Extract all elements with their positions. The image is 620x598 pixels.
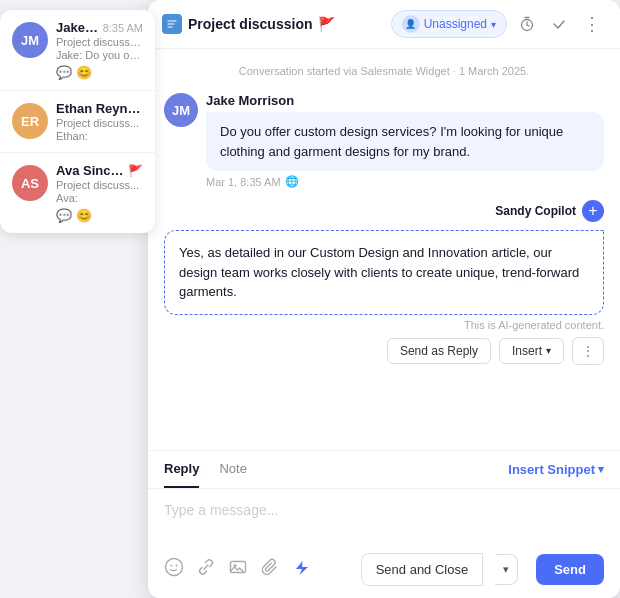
send-as-reply-button[interactable]: Send as Reply bbox=[387, 338, 491, 364]
header-title: Project discussion 🚩 bbox=[162, 14, 383, 34]
msg-content-jake: Jake Morrison Do you offer custom design… bbox=[206, 93, 604, 188]
link-toolbar-icon[interactable] bbox=[196, 557, 216, 582]
snippet-label: Insert Snippet bbox=[508, 462, 595, 477]
chevron-down-insert-icon: ▾ bbox=[546, 345, 551, 356]
tab-reply[interactable]: Reply bbox=[164, 451, 199, 488]
svg-point-3 bbox=[171, 565, 173, 567]
avatar-ava: AS bbox=[12, 165, 48, 201]
chat-icon-jake: 💬 bbox=[56, 65, 72, 80]
assign-avatar: 👤 bbox=[402, 15, 420, 33]
ai-ellipsis-icon: ⋮ bbox=[581, 343, 595, 359]
system-message: Conversation started via Salesmate Widge… bbox=[164, 61, 604, 81]
sidebar-item-preview-jake: Jake: Do you offer custom... bbox=[56, 49, 143, 61]
sidebar-item-subtitle-jake: Project discussion bbox=[56, 36, 143, 48]
send-close-label: Send and Close bbox=[376, 562, 469, 577]
message-row-jake: JM Jake Morrison Do you offer custom des… bbox=[164, 93, 604, 188]
reply-tabs: Reply Note Insert Snippet ▾ bbox=[148, 451, 620, 489]
msg-bubble-jake: Do you offer custom design services? I'm… bbox=[206, 112, 604, 171]
msg-time-text-jake: Mar 1, 8:35 AM bbox=[206, 176, 281, 188]
sidebar-item-content-ava: Ava Sinclair 🚩 Project discuss... Ava: 💬… bbox=[56, 163, 143, 223]
main-panel: Project discussion 🚩 👤 Unassigned ▾ ⋮ Co… bbox=[148, 0, 620, 598]
assign-button[interactable]: 👤 Unassigned ▾ bbox=[391, 10, 507, 38]
emoji-icon-jake: 😊 bbox=[76, 65, 92, 80]
header-title-text: Project discussion bbox=[188, 16, 312, 32]
sidebar-item-preview-ethan: Ethan: bbox=[56, 130, 143, 142]
chat-header-icon bbox=[162, 14, 182, 34]
sidebar-item-preview-ava: Ava: bbox=[56, 192, 143, 204]
svg-point-4 bbox=[176, 565, 178, 567]
emoji-toolbar-icon[interactable] bbox=[164, 557, 184, 582]
image-toolbar-icon[interactable] bbox=[228, 557, 248, 582]
emoji-icon-ava: 😊 bbox=[76, 208, 92, 223]
sidebar-item-subtitle-ethan: Project discuss... bbox=[56, 117, 143, 129]
sidebar: JM Jake Morrison 8:35 AM Project discuss… bbox=[0, 10, 155, 233]
svg-point-6 bbox=[234, 564, 237, 567]
ai-sender-row: Sandy Copilot + bbox=[495, 200, 604, 222]
insert-button[interactable]: Insert ▾ bbox=[499, 338, 564, 364]
globe-icon: 🌐 bbox=[285, 175, 299, 188]
ai-bubble-wrapper: Yes, as detailed in our Custom Design an… bbox=[164, 230, 604, 365]
assign-label: Unassigned bbox=[424, 17, 487, 31]
ai-actions: Send as Reply Insert ▾ ⋮ bbox=[164, 337, 604, 365]
ai-bubble: Yes, as detailed in our Custom Design an… bbox=[164, 230, 604, 315]
timer-button[interactable] bbox=[515, 14, 539, 34]
reply-area: Reply Note Insert Snippet ▾ Type a messa… bbox=[148, 450, 620, 598]
ai-more-button[interactable]: ⋮ bbox=[572, 337, 604, 365]
thunder-toolbar-icon[interactable] bbox=[292, 559, 310, 581]
tab-note[interactable]: Note bbox=[219, 451, 246, 488]
flag-header-icon[interactable]: 🚩 bbox=[318, 16, 335, 32]
reply-placeholder: Type a message... bbox=[164, 502, 278, 518]
sidebar-item-ava[interactable]: AS Ava Sinclair 🚩 Project discuss... Ava… bbox=[0, 153, 155, 233]
chat-icon-ava: 💬 bbox=[56, 208, 72, 223]
conversation-area: Conversation started via Salesmate Widge… bbox=[148, 49, 620, 450]
ai-plus-button[interactable]: + bbox=[582, 200, 604, 222]
avatar-ethan: ER bbox=[12, 103, 48, 139]
sidebar-item-jake[interactable]: JM Jake Morrison 8:35 AM Project discuss… bbox=[0, 10, 155, 91]
avatar-jake: JM bbox=[12, 22, 48, 58]
sidebar-item-time-jake: 8:35 AM bbox=[103, 22, 143, 34]
reply-input-area[interactable]: Type a message... bbox=[148, 489, 620, 545]
ai-suggestion-row: Sandy Copilot + Yes, as detailed in our … bbox=[164, 200, 604, 365]
send-button[interactable]: Send bbox=[536, 554, 604, 585]
insert-label: Insert bbox=[512, 344, 542, 358]
sidebar-item-icons-ava: 💬 😊 bbox=[56, 208, 143, 223]
sidebar-item-ethan[interactable]: ER Ethan Reynol... Project discuss... Et… bbox=[0, 91, 155, 153]
attachment-toolbar-icon[interactable] bbox=[260, 557, 280, 582]
sidebar-item-subtitle-ava: Project discuss... bbox=[56, 179, 143, 191]
msg-time-jake: Mar 1, 8:35 AM 🌐 bbox=[206, 175, 604, 188]
svg-point-2 bbox=[166, 559, 183, 576]
insert-snippet-button[interactable]: Insert Snippet ▾ bbox=[508, 462, 604, 477]
check-button[interactable] bbox=[547, 14, 571, 34]
sidebar-item-name-ethan: Ethan Reynol... bbox=[56, 101, 143, 116]
send-label: Send bbox=[554, 562, 586, 577]
chevron-down-snippet-icon: ▾ bbox=[598, 463, 604, 476]
chevron-down-icon: ▾ bbox=[491, 19, 496, 30]
ai-disclaimer: This is AI-generated content. bbox=[164, 319, 604, 331]
sidebar-item-name-jake: Jake Morrison bbox=[56, 20, 99, 35]
more-options-button[interactable]: ⋮ bbox=[579, 11, 606, 37]
send-close-chevron-button[interactable]: ▾ bbox=[495, 554, 518, 585]
sidebar-item-name-ava: Ava Sinclair bbox=[56, 163, 124, 178]
reply-toolbar: Send and Close ▾ Send bbox=[148, 545, 620, 598]
send-close-button[interactable]: Send and Close bbox=[361, 553, 484, 586]
sidebar-item-icons-jake: 💬 😊 bbox=[56, 65, 143, 80]
msg-avatar-jake: JM bbox=[164, 93, 198, 127]
header-actions: 👤 Unassigned ▾ ⋮ bbox=[391, 10, 606, 38]
flag-icon-ava: 🚩 bbox=[128, 164, 143, 178]
send-as-reply-label: Send as Reply bbox=[400, 344, 478, 358]
ellipsis-icon: ⋮ bbox=[583, 13, 602, 35]
sidebar-item-content-ethan: Ethan Reynol... Project discuss... Ethan… bbox=[56, 101, 143, 142]
panel-header: Project discussion 🚩 👤 Unassigned ▾ ⋮ bbox=[148, 0, 620, 49]
msg-sender-jake: Jake Morrison bbox=[206, 93, 604, 108]
sidebar-item-content-jake: Jake Morrison 8:35 AM Project discussion… bbox=[56, 20, 143, 80]
chevron-down-sendclose-icon: ▾ bbox=[503, 563, 509, 575]
ai-sender-name: Sandy Copilot bbox=[495, 204, 576, 218]
